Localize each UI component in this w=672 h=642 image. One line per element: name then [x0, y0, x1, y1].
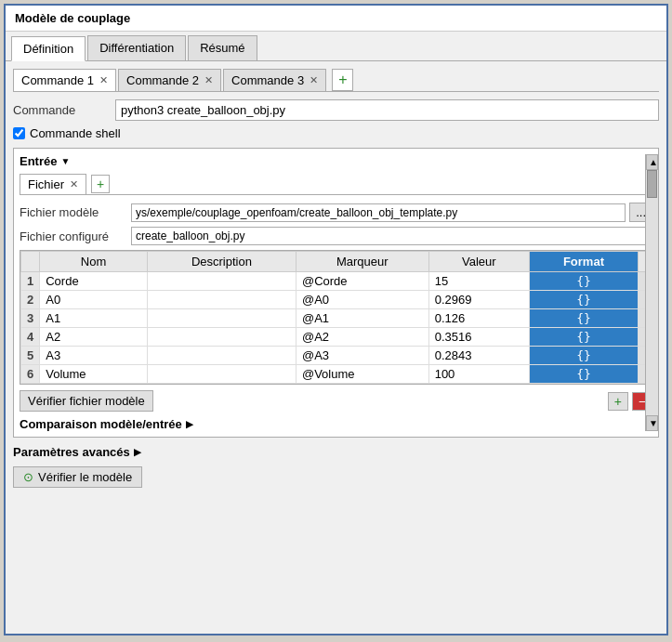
tab-definition[interactable]: Définition: [11, 36, 86, 61]
main-window: Modèle de couplage Définition Différenti…: [4, 4, 668, 635]
row-num: 3: [21, 309, 40, 328]
table-row[interactable]: 6 Volume @Volume 100 {}: [21, 365, 652, 384]
verify-file-button[interactable]: Vérifier fichier modèle: [20, 390, 153, 412]
cell-format[interactable]: {}: [529, 328, 638, 347]
cell-marqueur: @Volume: [296, 365, 428, 384]
table-actions: Vérifier fichier modèle + −: [20, 390, 652, 412]
th-description: Description: [147, 252, 296, 272]
table-row[interactable]: 3 A1 @A1 0.126 {}: [21, 309, 652, 328]
comparison-label: Comparaison modèle/entrée: [20, 417, 182, 431]
cell-format[interactable]: {}: [529, 347, 638, 365]
content-area: Commande 1 ✕ Commande 2 ✕ Commande 3 ✕ +…: [6, 61, 666, 495]
data-table: Nom Description Marqueur Valeur Format 1…: [20, 251, 652, 384]
cell-nom: A2: [40, 328, 148, 347]
cell-nom: Volume: [40, 365, 148, 384]
close-cmd1-icon[interactable]: ✕: [99, 74, 108, 86]
table-row[interactable]: 5 A3 @A3 0.2843 {}: [21, 347, 652, 365]
advanced-label: Paramètres avancés: [13, 445, 130, 459]
row-num: 2: [21, 291, 40, 309]
comparison-arrow-icon: ▶: [186, 419, 193, 429]
advanced-section[interactable]: Paramètres avancés ▶: [13, 445, 659, 459]
window-title: Modèle de couplage: [6, 6, 666, 32]
main-tab-bar: Définition Différentiation Résumé: [6, 32, 666, 61]
entree-header: Entrée ▼: [20, 154, 652, 168]
cell-valeur: 0.3516: [428, 328, 529, 347]
cell-valeur: 0.2843: [428, 347, 529, 365]
cell-format[interactable]: {}: [529, 365, 638, 384]
close-fichier-icon[interactable]: ✕: [70, 178, 78, 190]
verify-model-button[interactable]: ⊙ Vérifier le modèle: [13, 466, 142, 488]
shell-checkbox-row: Commande shell: [13, 126, 659, 140]
table-row[interactable]: 2 A0 @A0 0.2969 {}: [21, 291, 652, 309]
cell-marqueur: @Corde: [296, 272, 428, 291]
cell-marqueur: @A0: [296, 291, 428, 309]
cell-marqueur: @A1: [296, 309, 428, 328]
cell-description: [147, 365, 296, 384]
th-rownum: [21, 252, 40, 272]
tab-differentiation[interactable]: Différentiation: [87, 35, 186, 60]
cell-valeur: 0.2969: [428, 291, 529, 309]
fichier-configure-input[interactable]: [131, 227, 652, 245]
entree-section: ▲ ▼ Entrée ▼ Fichier ✕ + Fichier m: [13, 148, 659, 438]
cell-description: [147, 309, 296, 328]
entree-arrow-icon: ▼: [60, 156, 70, 166]
data-table-container: Nom Description Marqueur Valeur Format 1…: [20, 250, 652, 385]
cell-valeur: 15: [428, 272, 529, 291]
cell-format[interactable]: {}: [529, 309, 638, 328]
command-label: Commande: [13, 103, 115, 117]
cell-valeur: 100: [428, 365, 529, 384]
close-cmd3-icon[interactable]: ✕: [310, 74, 318, 86]
cell-format[interactable]: {}: [529, 291, 638, 309]
row-num: 5: [21, 347, 40, 365]
cell-description: [147, 328, 296, 347]
fichier-configure-row: Fichier configuré: [20, 227, 652, 245]
table-row[interactable]: 4 A2 @A2 0.3516 {}: [21, 328, 652, 347]
close-cmd2-icon[interactable]: ✕: [204, 74, 213, 86]
outer-scrollbar[interactable]: ▲ ▼: [645, 154, 658, 431]
cell-valeur: 0.126: [428, 309, 529, 328]
row-num: 4: [21, 328, 40, 347]
scroll-track: [646, 170, 658, 415]
row-num: 1: [21, 272, 40, 291]
command-input[interactable]: [115, 99, 659, 121]
verify-model-label: Vérifier le modèle: [38, 470, 132, 484]
row-num: 6: [21, 365, 40, 384]
add-inner-tab-button[interactable]: +: [91, 175, 110, 193]
scroll-thumb[interactable]: [647, 170, 657, 198]
th-format: Format: [529, 252, 638, 272]
cell-description: [147, 291, 296, 309]
cell-nom: A1: [40, 309, 148, 328]
cell-format[interactable]: {}: [529, 272, 638, 291]
th-marqueur: Marqueur: [296, 252, 428, 272]
table-add-row-button[interactable]: +: [608, 392, 628, 411]
cmd-tab-3[interactable]: Commande 3 ✕: [223, 69, 326, 91]
verify-model-icon: ⊙: [23, 470, 33, 484]
cell-description: [147, 272, 296, 291]
shell-checkbox[interactable]: [13, 127, 25, 139]
table-row[interactable]: 1 Corde @Corde 15 {}: [21, 272, 652, 291]
shell-label: Commande shell: [30, 126, 121, 140]
scroll-up-arrow[interactable]: ▲: [646, 154, 658, 170]
fichier-modele-label: Fichier modèle: [20, 205, 131, 219]
cmd-tab-1[interactable]: Commande 1 ✕: [13, 69, 116, 91]
cell-marqueur: @A3: [296, 347, 428, 365]
add-command-tab-button[interactable]: +: [332, 69, 353, 91]
fichier-modele-row: Fichier modèle ...: [20, 203, 652, 222]
cell-marqueur: @A2: [296, 328, 428, 347]
tab-resume[interactable]: Résumé: [188, 35, 257, 60]
inner-tab-bar: Fichier ✕ +: [20, 174, 652, 195]
command-row: Commande: [13, 99, 659, 121]
scroll-down-arrow[interactable]: ▼: [646, 415, 658, 431]
th-valeur: Valeur: [428, 252, 529, 272]
cell-nom: A0: [40, 291, 148, 309]
advanced-arrow-icon: ▶: [134, 447, 141, 457]
th-nom: Nom: [40, 252, 148, 272]
cell-nom: Corde: [40, 272, 148, 291]
inner-tab-fichier[interactable]: Fichier ✕: [20, 174, 86, 194]
cmd-tab-2[interactable]: Commande 2 ✕: [118, 69, 221, 91]
fichier-modele-input[interactable]: [131, 203, 626, 222]
cell-description: [147, 347, 296, 365]
command-tab-bar: Commande 1 ✕ Commande 2 ✕ Commande 3 ✕ +: [13, 69, 659, 92]
comparison-section[interactable]: Comparaison modèle/entrée ▶: [20, 417, 652, 431]
fichier-configure-label: Fichier configuré: [20, 229, 131, 243]
